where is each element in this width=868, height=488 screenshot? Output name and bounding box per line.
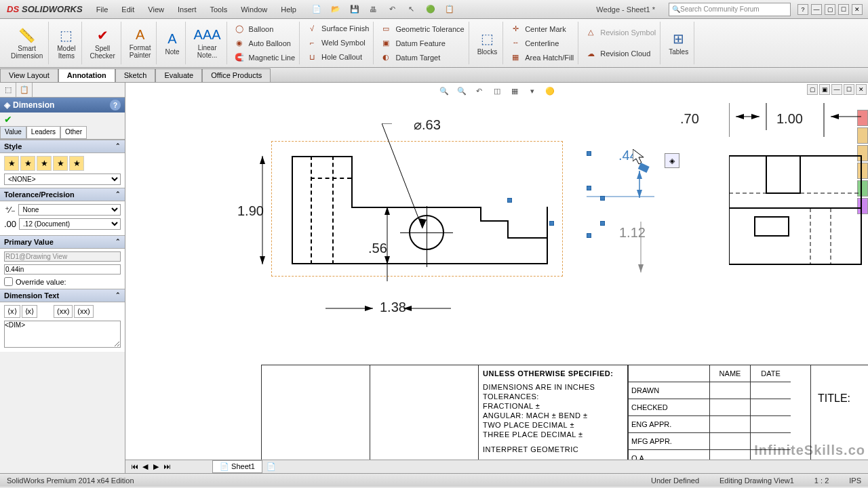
zoom-area-icon[interactable]: 🔍 [455,84,469,98]
tolerance-section-head[interactable]: Tolerance/Precision⌃ [0,188,125,201]
new-icon[interactable]: 📄 [310,3,323,16]
gc-close[interactable]: ✕ [856,84,867,95]
handle-3[interactable] [600,196,605,201]
smart-dimension-button[interactable]: 📏Smart Dimension [5,22,49,64]
magnetic-line-button[interactable]: 🧲Magnetic Line [234,52,296,63]
handle-4[interactable] [549,221,554,226]
select-icon[interactable]: ↖ [405,3,418,16]
property-tab[interactable]: 📋 [16,83,33,97]
dim-70[interactable]: .70 [680,111,699,127]
subtab-value[interactable]: Value [0,126,26,139]
hole-callout-button[interactable]: ⊔Hole Callout [307,52,369,63]
datum-target-button[interactable]: ◐Datum Target [380,52,464,63]
gc-2[interactable]: ▣ [819,84,830,95]
handle-7[interactable] [587,233,591,238]
gc-1[interactable]: ▢ [807,84,818,95]
style-icon-2[interactable]: ★ [20,156,35,171]
open-icon[interactable]: 📂 [329,3,342,16]
options-icon[interactable]: 📋 [443,3,456,16]
feature-tree-tab[interactable]: ⬚ [0,83,16,97]
subtab-other[interactable]: Other [60,126,87,139]
dimension-text-area[interactable]: <DIM> [4,321,121,348]
style-icon-1[interactable]: ★ [4,156,19,171]
menu-edit[interactable]: Edit [115,2,141,17]
style-dropdown[interactable]: <NONE> [4,174,121,185]
sheet-nav-first[interactable]: ⏮ [130,462,139,471]
format-painter-button[interactable]: AFormat Painter [124,22,157,64]
area-hatch-button[interactable]: ▦Area Hatch/Fill [510,52,574,63]
tables-button[interactable]: ⊞Tables [663,22,694,64]
dimension-name-field[interactable] [4,251,121,262]
auto-balloon-button[interactable]: ◉Auto Balloon [234,37,296,49]
geo-tolerance-button[interactable]: ▭Geometric Tolerance [380,23,464,35]
tab-evaluate[interactable]: Evaluate [155,68,202,82]
minimize-icon[interactable]: — [811,4,822,15]
surface-finish-button[interactable]: √Surface Finish [307,23,369,34]
style-section-head[interactable]: Style⌃ [0,140,125,153]
revision-symbol-button[interactable]: △Revision Symbol [585,26,656,38]
style-icon-4[interactable]: ★ [53,156,68,171]
menu-file[interactable]: File [90,2,115,17]
handle-1[interactable] [587,151,591,156]
linear-note-button[interactable]: AAALinear Note... [189,22,227,64]
note-button[interactable]: ANote [159,22,185,64]
center-mark-button[interactable]: ✛Center Mark [510,23,574,35]
maximize-icon[interactable]: ☐ [838,4,849,15]
hide-show-icon[interactable]: ▾ [526,84,539,98]
rebuild-icon[interactable]: 🟢 [424,3,437,16]
tab-annotation[interactable]: Annotation [58,68,115,82]
search-box[interactable]: 🔍 Search Community Forum [669,3,791,16]
text-left-icon[interactable]: ⟨x⟩ [4,305,20,318]
menu-tools[interactable]: Tools [203,2,235,17]
sheet-tab[interactable]: 📄 Sheet1 [212,460,262,473]
blocks-button[interactable]: ⬚Blocks [472,22,503,64]
sheet-nav-prev[interactable]: ◀ [140,462,150,471]
close-icon[interactable]: ✕ [852,4,863,15]
weld-symbol-button[interactable]: ⌐Weld Symbol [307,37,369,48]
accept-button[interactable]: ✔ [0,113,125,126]
revision-cloud-button[interactable]: ☁Revision Cloud [585,48,656,60]
text-tol-icon[interactable]: (xx) [54,305,73,318]
text-center-icon[interactable]: ⟨x⟩ [22,305,38,318]
override-checkbox[interactable] [4,277,13,286]
datum-feature-button[interactable]: ▣Datum Feature [380,37,464,49]
zoom-fit-icon[interactable]: 🔍 [437,84,451,98]
restore-icon[interactable]: ▢ [825,4,835,15]
handle-6[interactable] [507,198,512,203]
sheet-nav-next[interactable]: ▶ [151,462,161,471]
add-sheet-button[interactable]: 📄 [267,462,276,471]
style-icon-5[interactable]: ★ [69,156,84,171]
tab-view-layout[interactable]: View Layout [0,68,58,82]
apply-scene-icon[interactable]: 🟡 [543,84,557,98]
menu-view[interactable]: View [141,2,171,17]
tolerance-type-dropdown[interactable]: None [18,204,121,216]
primary-value-section-head[interactable]: Primary Value⌃ [0,235,125,249]
menu-help[interactable]: Help [274,2,303,17]
display-style-icon[interactable]: ▦ [508,84,521,98]
help-icon[interactable]: ? [797,4,808,15]
undo-icon[interactable]: ↶ [386,3,399,16]
dim-diameter[interactable]: ⌀.63 [414,117,441,133]
save-icon[interactable]: 💾 [348,3,361,16]
panel-help-icon[interactable]: ? [110,100,121,110]
section-view-icon[interactable]: ◫ [490,84,504,98]
print-icon[interactable]: 🖶 [367,3,380,16]
gc-min[interactable]: — [831,84,842,95]
text-ref-icon[interactable]: (xx) [74,305,93,318]
model-items-button[interactable]: ⬚Model Items [52,22,81,64]
subtab-leaders[interactable]: Leaders [26,126,60,139]
sheet-nav-last[interactable]: ⏭ [162,462,172,471]
spell-checker-button[interactable]: ✔Spell Checker [85,22,121,64]
gc-max[interactable]: ☐ [844,84,854,95]
prev-view-icon[interactable]: ↶ [473,84,486,98]
menu-insert[interactable]: Insert [171,2,203,17]
tab-sketch[interactable]: Sketch [115,68,156,82]
drawing-area[interactable]: 🔍 🔍 ↶ ◫ ▦ ▾ 🟡 ▢ ▣ — ☐ ✕ [125,83,868,473]
dimension-text-section-head[interactable]: Dimension Text⌃ [0,289,125,302]
handle-2[interactable] [587,186,591,190]
handle-5[interactable] [600,221,605,226]
centerline-button[interactable]: ╌Centerline [510,37,574,49]
style-icon-3[interactable]: ★ [37,156,52,171]
dimension-value-field[interactable] [4,264,121,274]
menu-window[interactable]: Window [234,2,274,17]
